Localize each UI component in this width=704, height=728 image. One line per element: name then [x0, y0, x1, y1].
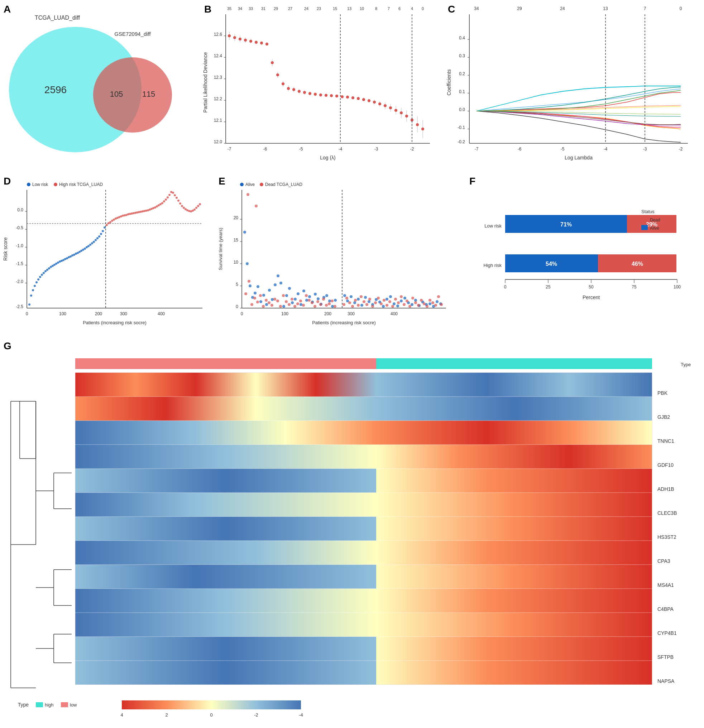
svg-text:Alive: Alive	[246, 182, 255, 187]
svg-point-396	[366, 303, 368, 306]
svg-point-189	[57, 261, 59, 264]
svg-text:Partial Likelihood Deviance: Partial Likelihood Deviance	[202, 52, 208, 113]
svg-point-231	[133, 212, 135, 214]
svg-text:-6: -6	[263, 147, 267, 152]
svg-point-383	[328, 302, 331, 305]
svg-point-295	[249, 285, 252, 287]
svg-rect-507	[376, 612, 652, 637]
svg-rect-496	[75, 493, 376, 517]
svg-text:75: 75	[632, 285, 637, 289]
svg-text:GDF10: GDF10	[658, 462, 674, 468]
svg-point-188	[55, 263, 57, 265]
svg-point-324	[331, 305, 334, 308]
svg-rect-471	[376, 358, 652, 369]
svg-point-208	[91, 242, 93, 244]
svg-point-232	[134, 212, 136, 214]
svg-point-303	[271, 298, 274, 301]
svg-point-398	[371, 305, 374, 308]
svg-point-113	[421, 127, 424, 130]
svg-rect-446	[641, 217, 648, 222]
svg-point-203	[82, 248, 84, 251]
svg-text:13: 13	[603, 6, 608, 11]
svg-text:15: 15	[333, 6, 337, 11]
svg-point-112	[416, 123, 419, 126]
svg-point-264	[192, 209, 194, 212]
svg-rect-470	[75, 358, 376, 369]
svg-point-305	[276, 274, 279, 277]
svg-text:Status: Status	[641, 209, 655, 214]
svg-point-91	[303, 91, 306, 94]
svg-point-304	[274, 283, 276, 286]
svg-text:Patients (increasing risk socr: Patients (increasing risk socre)	[312, 320, 376, 325]
svg-text:-3: -3	[374, 147, 378, 152]
svg-point-186	[52, 265, 54, 267]
panel-d: D Low risk High risk TCGA_LUAD 0.0 -0.5 …	[0, 172, 215, 337]
svg-point-323	[328, 299, 331, 302]
svg-point-243	[154, 207, 156, 208]
svg-point-355	[247, 280, 250, 283]
svg-point-322	[325, 294, 328, 297]
svg-point-361	[265, 299, 267, 302]
svg-text:-5: -5	[561, 147, 565, 152]
svg-text:0: 0	[210, 712, 213, 718]
svg-point-359	[259, 294, 262, 297]
svg-point-202	[80, 250, 82, 252]
svg-point-265	[194, 208, 196, 211]
svg-rect-511	[376, 661, 652, 685]
svg-point-260	[185, 208, 186, 210]
svg-point-78	[233, 36, 236, 39]
svg-text:12.1: 12.1	[214, 118, 223, 123]
svg-point-384	[331, 299, 334, 302]
svg-text:71%: 71%	[560, 221, 572, 227]
svg-text:-4: -4	[338, 147, 343, 152]
svg-point-421	[437, 295, 440, 298]
svg-text:0.4: 0.4	[459, 35, 465, 40]
svg-rect-499	[376, 517, 652, 541]
svg-point-217	[107, 222, 110, 224]
svg-text:4: 4	[411, 6, 413, 11]
svg-point-343	[403, 297, 406, 299]
svg-text:100: 100	[674, 285, 681, 289]
svg-text:2: 2	[165, 712, 168, 718]
svg-point-216	[106, 224, 108, 226]
svg-text:-5: -5	[299, 147, 303, 152]
svg-rect-510	[75, 661, 376, 685]
svg-point-420	[434, 304, 437, 307]
panel-b-label: B	[204, 4, 211, 15]
svg-point-181	[43, 272, 45, 274]
svg-point-395	[363, 300, 366, 303]
svg-rect-492	[75, 445, 376, 469]
svg-text:-0.1: -0.1	[458, 125, 465, 130]
svg-rect-530	[122, 701, 301, 709]
svg-point-101	[357, 97, 360, 100]
svg-point-365	[276, 299, 279, 302]
svg-point-175	[32, 289, 34, 291]
svg-point-219	[111, 220, 113, 222]
svg-text:400: 400	[158, 311, 165, 316]
svg-point-299	[259, 300, 262, 303]
svg-point-198	[73, 254, 75, 256]
svg-point-417	[426, 305, 428, 308]
svg-text:-7: -7	[227, 147, 231, 152]
svg-point-218	[109, 221, 111, 223]
svg-text:CPA3: CPA3	[658, 558, 670, 564]
svg-point-87	[282, 82, 285, 85]
svg-point-211	[96, 237, 98, 239]
svg-text:29: 29	[274, 6, 278, 11]
svg-text:-3: -3	[643, 147, 647, 152]
svg-point-400	[377, 297, 380, 299]
svg-point-236	[142, 210, 144, 212]
svg-point-95	[325, 94, 327, 97]
svg-text:20: 20	[234, 215, 239, 220]
svg-text:0: 0	[26, 311, 28, 316]
svg-point-77	[228, 35, 231, 37]
svg-point-103	[367, 99, 370, 102]
svg-text:0: 0	[422, 6, 424, 11]
svg-point-250	[166, 196, 169, 198]
svg-point-412	[411, 297, 414, 299]
svg-point-183	[46, 269, 48, 271]
svg-point-107	[389, 106, 392, 109]
svg-point-350	[428, 302, 431, 305]
svg-point-81	[249, 40, 252, 43]
svg-text:PBK: PBK	[658, 390, 668, 396]
